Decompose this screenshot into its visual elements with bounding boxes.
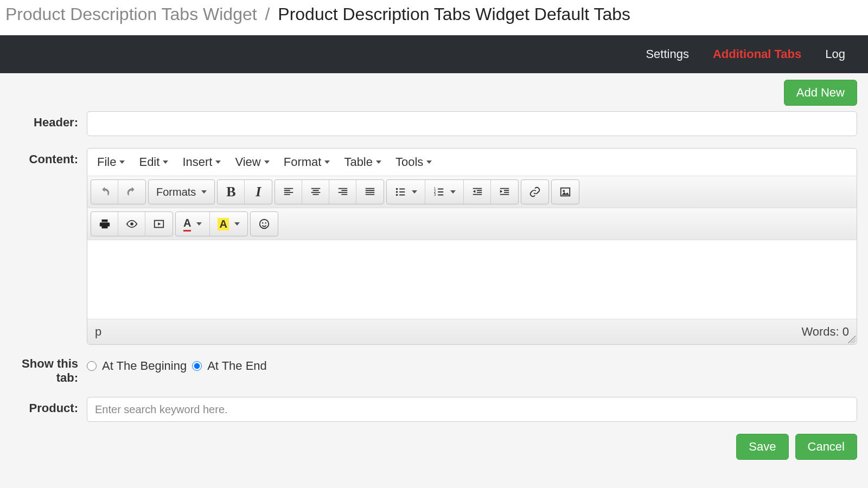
caret-icon [119,160,125,164]
editor-toolbar-1: Formats B I [87,176,857,208]
radio-at-end-label: At The End [207,359,267,373]
menu-insert[interactable]: Insert [182,155,221,169]
radio-at-begining[interactable] [87,361,97,371]
print-icon [99,218,111,230]
undo-button[interactable] [91,180,118,204]
editor-body[interactable] [87,240,857,319]
cancel-button[interactable]: Cancel [795,434,857,460]
menu-tools[interactable]: Tools [395,155,432,169]
row-product: Product: [11,397,857,422]
number-list-icon: 123 [433,186,445,198]
outdent-button[interactable] [464,180,491,204]
formats-dropdown[interactable]: Formats [149,180,214,204]
media-button[interactable] [145,212,173,236]
breadcrumb-current: Product Description Tabs Widget Default … [278,4,630,24]
number-list-button[interactable]: 123 [425,180,464,204]
rich-text-editor: File Edit Insert View Format Table Tools [87,148,857,345]
preview-button[interactable] [118,212,145,236]
label-content: Content: [11,148,87,166]
product-search-input[interactable] [87,397,857,422]
menu-view[interactable]: View [235,155,269,169]
nav-settings[interactable]: Settings [634,35,701,73]
header-input[interactable] [87,111,857,136]
nav-additional-tabs[interactable]: Additional Tabs [701,35,813,73]
caret-icon [264,160,270,164]
text-color-icon: A [183,217,191,232]
add-new-button[interactable]: Add New [784,80,857,106]
align-center-button[interactable] [302,180,329,204]
print-button[interactable] [91,212,118,236]
navbar: Settings Additional Tabs Log [0,35,868,73]
breadcrumb: Product Description Tabs Widget / Produc… [0,0,868,35]
svg-text:3: 3 [434,192,436,196]
caret-icon [196,222,202,226]
emoji-button[interactable] [251,212,278,236]
menu-insert-label: Insert [182,155,212,169]
label-header: Header: [11,111,87,130]
svg-point-7 [563,190,565,192]
menu-edit[interactable]: Edit [139,155,168,169]
svg-point-11 [262,222,263,223]
bullet-list-icon [394,186,406,198]
label-show-tab: Show this tab: [11,357,87,385]
align-left-icon [283,186,295,198]
svg-point-10 [260,220,269,229]
caret-icon [412,190,417,194]
editor-statusbar: p Words: 0 [87,319,857,344]
text-color-button[interactable]: A [176,212,210,236]
align-center-icon [310,186,322,198]
menu-file-label: File [97,155,116,169]
nav-log[interactable]: Log [813,35,857,73]
row-show-tab: Show this tab: At The Begining At The En… [11,357,857,385]
radio-at-end[interactable] [192,361,202,371]
indent-button[interactable] [491,180,518,204]
italic-icon: I [256,184,261,200]
caret-icon [324,160,330,164]
caret-icon [201,190,207,194]
menu-edit-label: Edit [139,155,159,169]
row-header: Header: [11,111,857,136]
bullet-list-button[interactable] [387,180,425,204]
undo-icon [99,186,111,198]
bold-button[interactable]: B [218,180,245,204]
link-button[interactable] [521,180,548,204]
redo-icon [126,186,138,198]
top-actions: Add New [11,80,857,106]
eye-icon [126,218,138,230]
footer-actions: Save Cancel [11,434,857,460]
menu-format[interactable]: Format [284,155,330,169]
resize-grip-icon[interactable] [848,336,856,343]
caret-icon [426,160,432,164]
caret-icon [234,222,240,226]
editor-word-count: Words: 0 [801,325,849,339]
image-button[interactable] [552,180,579,204]
page-content: Add New Header: Content: File Edit Inser… [0,73,868,481]
svg-point-2 [396,194,398,196]
italic-button[interactable]: I [245,180,272,204]
bg-color-button[interactable]: A [210,212,247,236]
svg-point-12 [265,222,266,223]
caret-icon [215,160,221,164]
row-content: Content: File Edit Insert View Format Ta… [11,148,857,345]
editor-toolbar-2: A A [87,208,857,240]
emoji-icon [258,218,270,230]
save-button[interactable]: Save [736,434,788,460]
media-icon [153,218,165,230]
menu-file[interactable]: File [97,155,125,169]
svg-point-1 [396,191,398,193]
align-justify-button[interactable] [356,180,384,204]
redo-button[interactable] [118,180,145,204]
caret-icon [163,160,168,164]
label-product: Product: [11,397,87,415]
menu-view-label: View [235,155,260,169]
menu-table[interactable]: Table [344,155,381,169]
menu-format-label: Format [284,155,322,169]
editor-menubar: File Edit Insert View Format Table Tools [87,149,857,176]
align-right-button[interactable] [329,180,356,204]
menu-tools-label: Tools [395,155,423,169]
editor-path: p [95,325,101,339]
breadcrumb-parent[interactable]: Product Description Tabs Widget [5,4,257,24]
radio-at-begining-label: At The Begining [102,359,187,373]
link-icon [529,186,541,198]
align-left-button[interactable] [275,180,302,204]
